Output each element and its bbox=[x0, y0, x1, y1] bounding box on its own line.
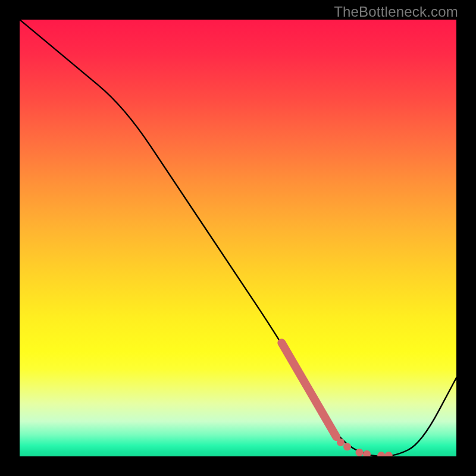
chart-svg bbox=[20, 20, 456, 456]
chart-plot-area bbox=[20, 20, 456, 456]
highlight-dot bbox=[363, 450, 371, 456]
highlight-dot bbox=[343, 443, 351, 450]
highlight-dot bbox=[337, 439, 345, 446]
chart-frame: TheBottleneck.com bbox=[0, 0, 476, 476]
highlight-dots bbox=[337, 439, 393, 456]
highlight-dot bbox=[356, 449, 364, 456]
highlight-dot bbox=[385, 452, 393, 456]
highlight-dot bbox=[377, 452, 385, 456]
highlight-segment bbox=[281, 343, 336, 437]
watermark-text: TheBottleneck.com bbox=[334, 4, 458, 20]
chart-line bbox=[20, 20, 456, 456]
